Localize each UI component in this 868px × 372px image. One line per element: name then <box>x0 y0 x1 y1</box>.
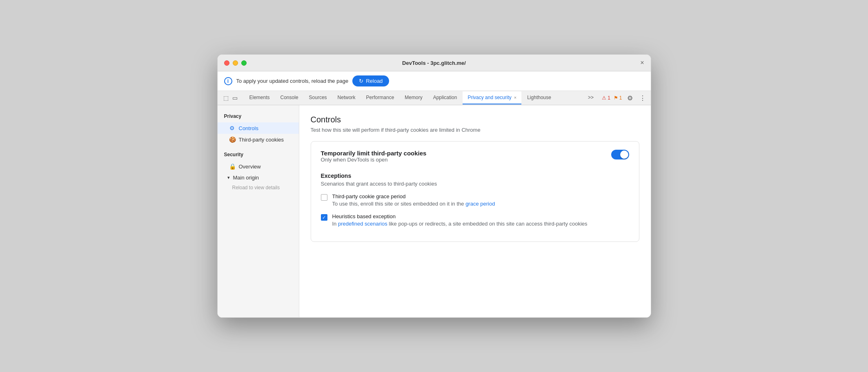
privacy-section-title: Privacy <box>218 112 299 122</box>
page-subtitle: Test how this site will perform if third… <box>311 127 639 133</box>
tab-network[interactable]: Network <box>333 91 361 104</box>
exceptions-title: Exceptions <box>321 173 629 179</box>
card-header: Temporarily limit third-party cookies On… <box>321 150 629 171</box>
tab-privacy-security[interactable]: Privacy and security × <box>463 91 521 104</box>
more-tabs-button[interactable]: >> <box>583 91 599 104</box>
main-layout: Privacy ⚙ Controls 🍪 Third-party cookies… <box>218 105 651 317</box>
controls-card: Temporarily limit third-party cookies On… <box>311 141 639 242</box>
more-menu-icon[interactable]: ⋮ <box>638 93 648 104</box>
grace-period-link[interactable]: grace period <box>465 201 495 207</box>
sidebar-item-controls[interactable]: ⚙ Controls <box>218 122 299 134</box>
traffic-lights <box>224 60 247 66</box>
info-icon: i <box>224 77 232 85</box>
close-traffic-light[interactable] <box>224 60 229 66</box>
card-description: Only when DevTools is open <box>321 157 427 163</box>
flag-icon: ⚑ <box>614 95 618 101</box>
tab-application[interactable]: Application <box>428 91 462 104</box>
tab-memory[interactable]: Memory <box>400 91 427 104</box>
tab-icons: ⬚ ▭ <box>221 91 240 105</box>
predefined-scenarios-link[interactable]: predefined scenarios <box>338 221 387 227</box>
limit-cookies-toggle[interactable] <box>611 150 629 159</box>
sidebar-item-main-origin[interactable]: ▾ Main origin <box>218 172 299 183</box>
devtools-window: DevTools - 3pc.glitch.me/ × i To apply y… <box>217 54 651 318</box>
cookies-icon: 🍪 <box>229 136 236 143</box>
device-icon[interactable]: ▭ <box>231 94 239 102</box>
title-bar: DevTools - 3pc.glitch.me/ × <box>218 55 651 71</box>
card-title: Temporarily limit third-party cookies <box>321 150 427 157</box>
tab-performance[interactable]: Performance <box>361 91 399 104</box>
window-title: DevTools - 3pc.glitch.me/ <box>402 60 466 66</box>
heuristics-checkbox[interactable]: ✓ <box>321 214 327 221</box>
tab-bar: ⬚ ▭ Elements Console Sources Network Per… <box>218 91 651 105</box>
inspect-icon[interactable]: ⬚ <box>223 94 230 102</box>
sidebar-item-reload-details: Reload to view details <box>218 183 299 192</box>
lock-icon: 🔒 <box>229 163 236 170</box>
reload-icon: ↻ <box>359 78 363 84</box>
warning-badge: ⚠ 1 <box>602 95 610 101</box>
maximize-traffic-light[interactable] <box>241 60 247 66</box>
exceptions-description: Scenarios that grant access to third-par… <box>321 181 629 187</box>
heuristics-item: ✓ Heuristics based exception In predefin… <box>321 213 629 227</box>
controls-icon: ⚙ <box>229 125 236 131</box>
grace-period-checkbox[interactable] <box>321 194 327 201</box>
tab-console[interactable]: Console <box>276 91 303 104</box>
reload-button[interactable]: ↻ Reload <box>352 75 389 86</box>
heuristics-content: Heuristics based exception In predefined… <box>332 213 588 227</box>
page-title: Controls <box>311 115 639 124</box>
close-button[interactable]: × <box>640 60 644 66</box>
tab-sources[interactable]: Sources <box>304 91 332 104</box>
heuristics-label: Heuristics based exception <box>332 213 588 219</box>
grace-period-label: Third-party cookie grace period <box>332 193 495 199</box>
reload-banner: i To apply your updated controls, reload… <box>218 71 651 91</box>
content-area: Controls Test how this site will perform… <box>299 105 651 317</box>
grace-period-item: Third-party cookie grace period To use t… <box>321 193 629 207</box>
chevron-icon: ▾ <box>227 175 230 180</box>
banner-text: To apply your updated controls, reload t… <box>236 78 349 84</box>
sidebar: Privacy ⚙ Controls 🍪 Third-party cookies… <box>218 105 299 317</box>
tab-elements[interactable]: Elements <box>245 91 275 104</box>
security-section-title: Security <box>218 150 299 161</box>
warning-icon: ⚠ <box>602 95 606 101</box>
sidebar-item-third-party-cookies[interactable]: 🍪 Third-party cookies <box>218 134 299 145</box>
tab-lighthouse[interactable]: Lighthouse <box>522 91 556 104</box>
close-tab-icon[interactable]: × <box>514 95 516 100</box>
grace-period-content: Third-party cookie grace period To use t… <box>332 193 495 207</box>
settings-icon[interactable]: ⚙ <box>625 93 634 104</box>
flag-badge: ⚑ 1 <box>614 95 622 101</box>
card-title-group: Temporarily limit third-party cookies On… <box>321 150 427 171</box>
grace-period-description: To use this, enroll this site or sites e… <box>332 201 495 207</box>
tab-extras: >> ⚠ 1 ⚑ 1 ⚙ ⋮ <box>583 91 647 104</box>
heuristics-description: In predefined scenarios like pop-ups or … <box>332 221 588 227</box>
exceptions-section: Exceptions Scenarios that grant access t… <box>321 173 629 227</box>
sidebar-item-overview[interactable]: 🔒 Overview <box>218 161 299 172</box>
minimize-traffic-light[interactable] <box>233 60 238 66</box>
